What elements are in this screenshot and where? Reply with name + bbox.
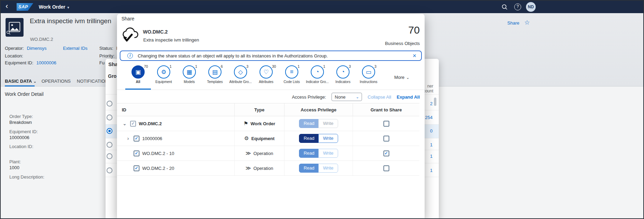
id-cell: ⌄ ✓ WO.DMC.2	[117, 116, 235, 131]
tab-label: All	[136, 80, 140, 84]
grant-cell: ✓	[353, 116, 419, 131]
info-icon: i	[127, 53, 133, 58]
tab-count: 1	[298, 64, 300, 69]
collapse-all-link[interactable]: Collapse All	[368, 94, 391, 100]
equipment-icon: ⚙	[244, 135, 249, 142]
object-description: Extra inspectie ivm trillingen	[143, 37, 199, 43]
id-cell: ✓ WO.DMC.2 - 20	[117, 161, 235, 175]
row-id: WO.DMC.2	[139, 121, 162, 126]
share-filter-tab-equipment[interactable]: 1 ⚙ Equipment	[151, 64, 176, 84]
share-table: ⌄ ✓ WO.DMC.2 ⚑ Work Order Read Write ✓	[117, 116, 419, 176]
tab-count: 3	[349, 64, 351, 69]
indicator-groups-icon: ◔	[311, 65, 324, 79]
grant-checkbox[interactable]: ✓	[383, 165, 389, 171]
search-button[interactable]	[501, 4, 508, 11]
type-cell: ⚙ Equipment	[235, 131, 284, 146]
table-row: ⌄ ✓ WO.DMC.2 ⚑ Work Order Read Write ✓	[117, 116, 419, 131]
grant-cell: ✓	[353, 161, 419, 175]
app-window: ‹ SAP Work Order▾ ? ND Extra inspectie i…	[0, 0, 644, 219]
scrollbar-thumb[interactable]	[434, 98, 436, 106]
back-button[interactable]: ‹	[6, 2, 8, 11]
chevron-down-icon: ⌄	[356, 95, 359, 99]
type-label: Equipment	[251, 136, 274, 141]
close-icon[interactable]: ×	[412, 53, 416, 59]
access-privilege-cell: Read Write	[284, 116, 353, 131]
row-checkbox[interactable]: ✓	[134, 136, 139, 142]
tab-label: Instructions	[360, 80, 377, 84]
instance-count-link[interactable]: 254	[425, 115, 433, 120]
share-filter-tab-indicator-groups[interactable]: 1 ◔ Indicator Gro...	[305, 64, 330, 84]
instance-count-link[interactable]: 1	[430, 168, 433, 173]
radio-button[interactable]	[107, 101, 112, 107]
tab-count: 3	[374, 64, 377, 69]
grant-cell: ✓	[353, 131, 419, 146]
chevron-down-icon: ▾	[67, 6, 69, 9]
selected-tab-underline	[125, 89, 151, 90]
instructions-icon: ▭	[362, 65, 375, 79]
instance-count-link[interactable]: 0	[430, 128, 433, 134]
models-icon: ▦	[183, 65, 196, 79]
write-button[interactable]: Write	[318, 149, 338, 158]
tab-label: Templates	[207, 80, 223, 84]
write-button[interactable]: Write	[318, 119, 338, 128]
read-button[interactable]: Read	[299, 119, 319, 128]
type-cell: ≫ Operation	[235, 146, 284, 161]
share-dialog: Share WO.DMC.2 Extra inspectie ivm trill…	[117, 14, 425, 218]
write-button[interactable]: Write	[318, 134, 338, 143]
row-checkbox[interactable]: ✓	[130, 121, 136, 127]
tab-count: 3	[246, 64, 248, 69]
instance-count-link[interactable]: 1	[430, 154, 433, 159]
share-filter-tab-indicators[interactable]: 3 ◔ Indicators	[330, 64, 356, 84]
instance-count-link[interactable]: 1	[430, 142, 433, 147]
grant-checkbox[interactable]: ✓	[383, 121, 389, 127]
row-checkbox[interactable]: ✓	[134, 150, 139, 156]
count-column-header: count	[423, 89, 433, 93]
share-filter-tab-templates[interactable]: 6 ▤ Templates	[202, 64, 228, 84]
share-filter-tab-models[interactable]: 1 ▦ Models	[176, 64, 202, 84]
radio-button[interactable]	[107, 153, 112, 159]
more-label: More	[394, 75, 405, 80]
read-button[interactable]: Read	[299, 164, 319, 173]
share-filter-tab-attribute-groups[interactable]: 3 ◇ Attribute Gro...	[228, 64, 253, 84]
tab-count: 1	[170, 64, 172, 69]
radio-button[interactable]	[107, 167, 112, 173]
info-banner: i Changing the share status of an object…	[120, 51, 422, 61]
tab-label: Indicators	[335, 80, 350, 84]
share-filter-tab-all[interactable]: 70 ▣ All	[125, 64, 151, 84]
business-objects-count: 70	[408, 24, 420, 36]
code-lists-icon: ≡	[285, 65, 298, 79]
share-filter-tab-code-lists[interactable]: 1 ≡ Code Lists	[279, 64, 305, 84]
share-filter-tab-instructions[interactable]: 3 ▭ Instructions	[356, 64, 381, 84]
attributes-icon: ♡	[260, 65, 273, 79]
radio-button-selected[interactable]	[107, 128, 112, 134]
user-avatar[interactable]: ND	[526, 2, 536, 12]
cloud-check-icon	[121, 25, 140, 45]
column-header-id: ID	[117, 103, 235, 116]
access-privilege-cell: Read Write	[284, 131, 353, 146]
read-button[interactable]: Read	[299, 149, 319, 158]
dialog-title: Share	[121, 16, 134, 21]
row-checkbox[interactable]: ✓	[134, 165, 139, 171]
share-filter-tab-attributes[interactable]: 30 ♡ Attributes	[253, 64, 279, 84]
read-button[interactable]: Read	[299, 134, 319, 143]
radio-button[interactable]	[107, 115, 112, 120]
app-title-menu[interactable]: Work Order▾	[39, 4, 69, 10]
grant-checkbox[interactable]: ✓	[383, 150, 389, 156]
write-button[interactable]: Write	[318, 164, 338, 173]
help-button[interactable]: ?	[514, 3, 521, 10]
tab-label: Models	[184, 80, 195, 84]
tab-label: Attributes	[259, 80, 273, 84]
question-icon: ?	[517, 4, 519, 9]
chevron-right-icon[interactable]: ›	[125, 136, 131, 141]
work-order-icon: ⚑	[244, 120, 248, 127]
tab-count: 30	[272, 64, 276, 69]
chevron-down-icon[interactable]: ⌄	[122, 121, 127, 126]
more-button[interactable]: More⌄	[394, 75, 409, 80]
access-privilege-select[interactable]: None ⌄	[332, 93, 362, 101]
expand-all-link[interactable]: Expand All	[397, 94, 420, 100]
instance-count-link[interactable]: 2	[430, 101, 433, 106]
sap-logo[interactable]: SAP	[17, 3, 33, 11]
radio-button[interactable]	[107, 142, 112, 148]
column-header-type: Type	[235, 103, 284, 116]
grant-checkbox[interactable]: ✓	[383, 136, 389, 142]
